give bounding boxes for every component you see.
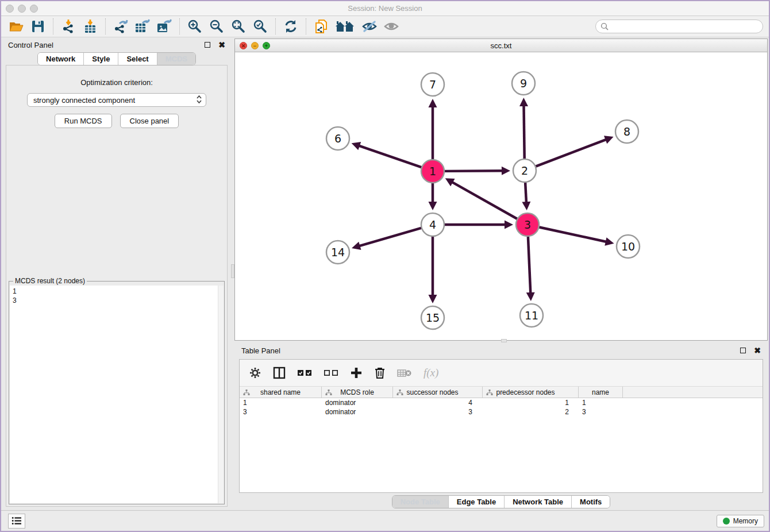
graph-node-3[interactable]: 3: [516, 213, 539, 236]
close-panel-button[interactable]: Close panel: [120, 114, 179, 128]
table-cell[interactable]: 1: [579, 398, 623, 407]
graph-edge-4-3[interactable]: [444, 221, 513, 229]
first-neighbors-icon[interactable]: [334, 18, 357, 35]
network-canvas[interactable]: 7968124314101511: [235, 52, 767, 340]
table-cell[interactable]: 4: [393, 398, 483, 407]
table-panel-float-icon[interactable]: [740, 348, 746, 353]
graph-edge-4-15[interactable]: [429, 236, 437, 303]
add-column-icon[interactable]: [350, 367, 363, 379]
export-network-icon[interactable]: [111, 18, 130, 35]
run-mcds-button[interactable]: Run MCDS: [55, 114, 112, 128]
export-image-icon[interactable]: [155, 18, 174, 35]
memory-button[interactable]: Memory: [717, 515, 764, 527]
delete-table-icon[interactable]: [397, 368, 412, 378]
graph-edge-1-4[interactable]: [429, 183, 437, 210]
show-all-icon[interactable]: [382, 18, 401, 35]
settings-gear-icon[interactable]: [249, 367, 261, 379]
table-cell[interactable]: 3: [240, 407, 322, 417]
open-file-icon[interactable]: [7, 18, 25, 35]
select-all-columns-icon[interactable]: [297, 369, 312, 377]
graph-edge-2-9[interactable]: [519, 98, 528, 159]
search-input[interactable]: [611, 22, 758, 31]
duplicate-network-icon[interactable]: [312, 18, 330, 35]
table-panel-close-icon[interactable]: ✖: [754, 348, 761, 353]
window-zoom-button[interactable]: [30, 5, 38, 13]
graph-node-6[interactable]: 6: [326, 127, 349, 150]
network-minimize-button[interactable]: −: [251, 42, 259, 49]
graph-edge-3-11[interactable]: [526, 236, 535, 301]
tab-style[interactable]: Style: [83, 53, 118, 65]
graph-edge-1-2[interactable]: [444, 167, 510, 175]
table-row[interactable]: 1dominator411: [240, 398, 763, 407]
column-header-predecessor-nodes[interactable]: predecessor nodes: [483, 387, 579, 398]
network-close-button[interactable]: ✕: [240, 42, 247, 49]
control-panel-close-icon[interactable]: ✖: [218, 42, 225, 48]
tab-motifs[interactable]: Motifs: [571, 496, 610, 508]
network-maximize-button[interactable]: +: [263, 42, 270, 49]
control-panel-float-icon[interactable]: [205, 42, 210, 48]
hierarchy-icon: [325, 390, 332, 398]
deselect-all-columns-icon[interactable]: [324, 369, 338, 377]
result-scrollbar[interactable]: [218, 286, 224, 503]
tab-network[interactable]: Network: [38, 53, 83, 65]
delete-column-icon[interactable]: [374, 367, 386, 379]
task-history-button[interactable]: [8, 514, 25, 529]
window-close-button[interactable]: [6, 5, 14, 13]
column-header-shared-name[interactable]: shared name: [240, 387, 322, 398]
table-cell[interactable]: dominator: [322, 407, 393, 417]
table-cell[interactable]: 2: [483, 407, 579, 417]
column-header-MCDS-role[interactable]: MCDS role: [322, 387, 393, 398]
graph-node-9[interactable]: 9: [512, 72, 535, 95]
table-cell[interactable]: 3: [393, 407, 483, 417]
graph-node-14[interactable]: 14: [326, 241, 349, 264]
graph-edge-4-14[interactable]: [352, 228, 422, 250]
graph-node-2[interactable]: 2: [513, 159, 536, 182]
graph-node-4[interactable]: 4: [421, 213, 444, 236]
graph-node-7[interactable]: 7: [421, 73, 444, 96]
optimization-criterion-label: Optimization criterion:: [80, 78, 153, 87]
criterion-select[interactable]: strongly connected component: [27, 93, 206, 107]
graph-edge-2-3[interactable]: [522, 182, 530, 210]
tab-network-table[interactable]: Network Table: [504, 496, 571, 508]
apply-layout-icon[interactable]: [282, 18, 300, 35]
window-minimize-button[interactable]: [18, 5, 26, 13]
graph-edge-3-1[interactable]: [445, 178, 518, 219]
svg-text:8: 8: [623, 125, 630, 138]
table-row[interactable]: 3dominator323: [240, 407, 763, 417]
panel-splitter-handle[interactable]: [231, 264, 234, 278]
horizontal-splitter-handle[interactable]: [501, 339, 507, 342]
save-session-icon[interactable]: [29, 18, 47, 35]
network-window-titlebar[interactable]: ✕ − + scc.txt: [235, 39, 767, 52]
graph-edge-1-6[interactable]: [352, 142, 422, 167]
import-network-icon[interactable]: [59, 18, 78, 35]
graph-node-10[interactable]: 10: [617, 235, 640, 258]
table-cell[interactable]: 3: [579, 407, 623, 417]
graph-edge-1-7[interactable]: [429, 99, 437, 160]
export-table-icon[interactable]: [133, 18, 152, 35]
table-cell[interactable]: 1: [240, 398, 322, 407]
table-cell[interactable]: 1: [483, 398, 579, 407]
graph-node-11[interactable]: 11: [520, 304, 543, 327]
graph-edge-3-10[interactable]: [539, 227, 614, 246]
zoom-fit-icon[interactable]: [229, 18, 248, 35]
import-table-icon[interactable]: [81, 18, 99, 35]
column-header-successor-nodes[interactable]: successor nodes: [393, 387, 483, 398]
graph-node-15[interactable]: 15: [421, 306, 444, 329]
zoom-selected-icon[interactable]: [251, 18, 270, 35]
table-cell[interactable]: dominator: [322, 398, 393, 407]
graph-node-1[interactable]: 1: [421, 160, 444, 183]
graph-node-8[interactable]: 8: [615, 120, 638, 143]
column-header-name[interactable]: name: [579, 387, 623, 398]
function-builder-icon[interactable]: f(x): [424, 367, 438, 379]
tab-node-table[interactable]: Node Table: [392, 496, 448, 508]
zoom-in-icon[interactable]: [186, 18, 204, 35]
hide-selected-icon[interactable]: [360, 18, 379, 35]
split-view-icon[interactable]: [273, 367, 286, 379]
tab-mcds[interactable]: MCDS: [157, 53, 195, 65]
tab-edge-table[interactable]: Edge Table: [448, 496, 504, 508]
network-window-title: scc.txt: [235, 41, 767, 50]
control-panel: Control Panel ✖ NetworkStyleSelectMCDS O…: [1, 37, 232, 510]
graph-edge-2-8[interactable]: [536, 136, 614, 167]
zoom-out-icon[interactable]: [207, 18, 226, 35]
tab-select[interactable]: Select: [118, 53, 156, 65]
